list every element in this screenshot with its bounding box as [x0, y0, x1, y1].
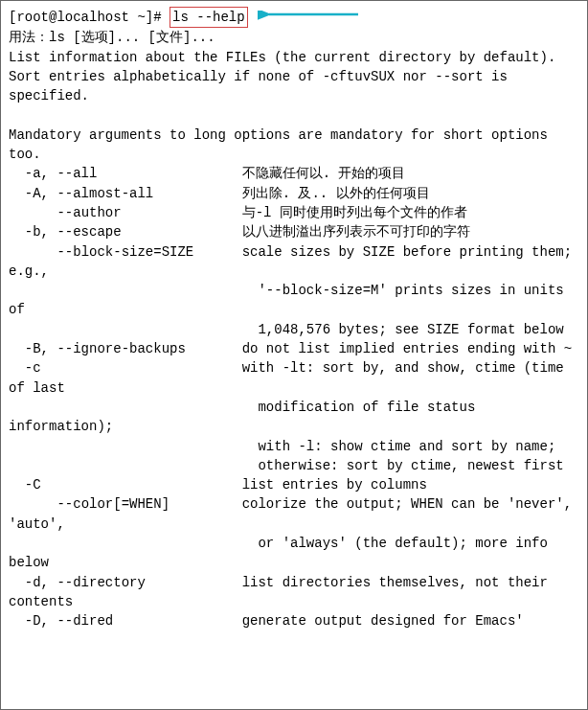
command-highlight-box: ls --help: [170, 7, 248, 28]
command-text: ls --help: [172, 10, 245, 25]
prompt-user-host: [root@localhost ~]#: [9, 10, 162, 25]
arrow-icon: [258, 11, 363, 30]
terminal-output: 用法：ls [选项]... [文件]... List information a…: [9, 28, 579, 630]
annotation-arrow: [258, 11, 363, 35]
